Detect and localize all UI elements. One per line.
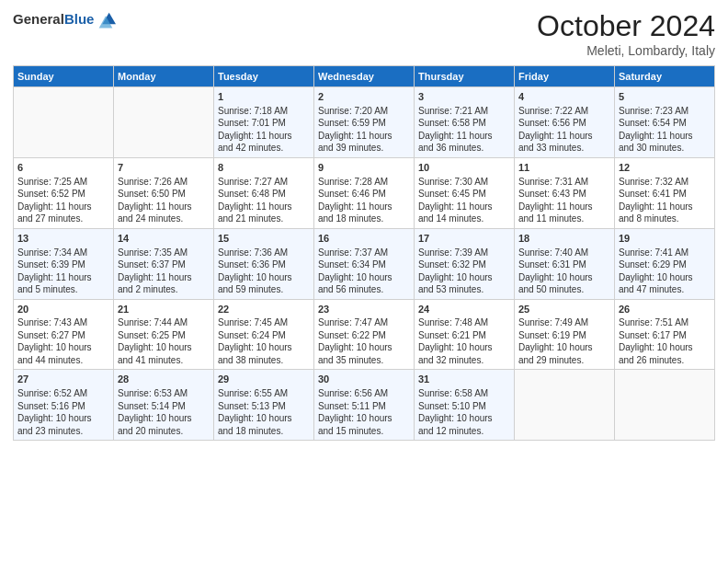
day-number: 16 (318, 232, 410, 246)
daylight-text: Daylight: 10 hours and 41 minutes. (118, 342, 192, 365)
day-cell: 24Sunrise: 7:48 AMSunset: 6:21 PMDayligh… (415, 299, 515, 370)
day-cell: 8Sunrise: 7:27 AMSunset: 6:48 PMDaylight… (214, 157, 314, 228)
daylight-text: Daylight: 10 hours and 50 minutes. (518, 272, 593, 295)
day-number: 6 (17, 161, 109, 175)
header: GeneralBlue October 2024 Meleti, Lombard… (13, 9, 715, 58)
day-number: 13 (17, 232, 109, 246)
day-cell: 14Sunrise: 7:35 AMSunset: 6:37 PMDayligh… (114, 228, 214, 299)
logo-icon (96, 9, 116, 29)
sunrise-text: Sunrise: 7:49 AM (518, 317, 588, 327)
sunrise-text: Sunrise: 7:45 AM (218, 317, 288, 327)
weekday-header-tuesday: Tuesday (214, 66, 314, 87)
sunrise-text: Sunrise: 7:25 AM (17, 177, 87, 187)
daylight-text: Daylight: 11 hours and 21 minutes. (218, 201, 292, 224)
daylight-text: Daylight: 10 hours and 29 minutes. (518, 342, 593, 365)
day-number: 9 (318, 161, 410, 175)
day-cell: 25Sunrise: 7:49 AMSunset: 6:19 PMDayligh… (515, 299, 615, 370)
logo: GeneralBlue (13, 9, 116, 29)
sunset-text: Sunset: 7:01 PM (218, 118, 286, 128)
day-number: 5 (619, 90, 711, 104)
sunset-text: Sunset: 6:27 PM (17, 330, 85, 340)
calendar-page: GeneralBlue October 2024 Meleti, Lombard… (0, 0, 728, 563)
day-cell (515, 370, 615, 441)
day-cell (114, 87, 214, 158)
sunrise-text: Sunrise: 6:53 AM (118, 388, 188, 398)
day-number: 12 (619, 161, 711, 175)
day-cell: 28Sunrise: 6:53 AMSunset: 5:14 PMDayligh… (114, 370, 214, 441)
day-number: 3 (418, 90, 510, 104)
day-number: 2 (318, 90, 410, 104)
subtitle: Meleti, Lombardy, Italy (537, 43, 715, 58)
day-number: 18 (518, 232, 610, 246)
sunrise-text: Sunrise: 7:32 AM (619, 177, 688, 187)
daylight-text: Daylight: 11 hours and 11 minutes. (518, 201, 593, 224)
main-title: October 2024 (537, 9, 715, 43)
sunset-text: Sunset: 6:31 PM (518, 259, 586, 270)
day-number: 27 (17, 373, 109, 386)
sunrise-text: Sunrise: 7:44 AM (118, 317, 188, 327)
sunrise-text: Sunrise: 7:21 AM (418, 106, 488, 116)
sunset-text: Sunset: 6:32 PM (418, 259, 486, 270)
daylight-text: Daylight: 10 hours and 59 minutes. (218, 272, 292, 295)
daylight-text: Daylight: 11 hours and 24 minutes. (118, 201, 192, 224)
daylight-text: Daylight: 10 hours and 53 minutes. (418, 272, 493, 295)
sunset-text: Sunset: 6:36 PM (218, 259, 286, 270)
sunrise-text: Sunrise: 7:27 AM (218, 177, 288, 187)
sunrise-text: Sunrise: 7:41 AM (619, 247, 688, 258)
sunset-text: Sunset: 6:24 PM (218, 330, 286, 340)
sunset-text: Sunset: 6:39 PM (17, 259, 85, 270)
day-number: 15 (218, 232, 310, 246)
sunrise-text: Sunrise: 7:36 AM (218, 247, 288, 258)
daylight-text: Daylight: 10 hours and 20 minutes. (118, 413, 192, 436)
daylight-text: Daylight: 11 hours and 2 minutes. (118, 272, 192, 295)
daylight-text: Daylight: 11 hours and 18 minutes. (318, 201, 392, 224)
day-cell: 1Sunrise: 7:18 AMSunset: 7:01 PMDaylight… (214, 87, 314, 158)
daylight-text: Daylight: 11 hours and 14 minutes. (418, 201, 493, 224)
day-cell: 29Sunrise: 6:55 AMSunset: 5:13 PMDayligh… (214, 370, 314, 441)
day-cell (615, 370, 715, 441)
sunset-text: Sunset: 6:59 PM (318, 118, 386, 128)
day-number: 24 (418, 303, 510, 316)
sunset-text: Sunset: 6:34 PM (318, 259, 386, 270)
sunrise-text: Sunrise: 7:34 AM (17, 247, 87, 258)
weekday-header-wednesday: Wednesday (314, 66, 415, 87)
sunset-text: Sunset: 6:37 PM (118, 259, 186, 270)
daylight-text: Daylight: 10 hours and 26 minutes. (619, 342, 693, 365)
sunrise-text: Sunrise: 6:52 AM (17, 388, 87, 398)
day-cell (14, 87, 114, 158)
daylight-text: Daylight: 10 hours and 18 minutes. (218, 413, 292, 436)
day-cell: 30Sunrise: 6:56 AMSunset: 5:11 PMDayligh… (314, 370, 415, 441)
day-cell: 5Sunrise: 7:23 AMSunset: 6:54 PMDaylight… (615, 87, 715, 158)
sunset-text: Sunset: 6:54 PM (619, 118, 687, 128)
sunset-text: Sunset: 6:50 PM (118, 189, 186, 199)
week-row-1: 1Sunrise: 7:18 AMSunset: 7:01 PMDaylight… (14, 87, 715, 158)
day-number: 25 (518, 303, 610, 316)
day-cell: 31Sunrise: 6:58 AMSunset: 5:10 PMDayligh… (415, 370, 515, 441)
weekday-header-thursday: Thursday (415, 66, 515, 87)
weekday-header-row: SundayMondayTuesdayWednesdayThursdayFrid… (14, 66, 715, 87)
logo-general: GeneralBlue (13, 12, 94, 27)
weekday-header-monday: Monday (114, 66, 214, 87)
day-cell: 6Sunrise: 7:25 AMSunset: 6:52 PMDaylight… (14, 157, 114, 228)
sunset-text: Sunset: 6:45 PM (418, 189, 486, 199)
day-cell: 12Sunrise: 7:32 AMSunset: 6:41 PMDayligh… (615, 157, 715, 228)
week-row-2: 6Sunrise: 7:25 AMSunset: 6:52 PMDaylight… (14, 157, 715, 228)
day-number: 21 (118, 303, 210, 316)
daylight-text: Daylight: 10 hours and 12 minutes. (418, 413, 493, 436)
daylight-text: Daylight: 10 hours and 44 minutes. (17, 342, 92, 365)
sunset-text: Sunset: 5:13 PM (218, 401, 286, 411)
day-cell: 9Sunrise: 7:28 AMSunset: 6:46 PMDaylight… (314, 157, 415, 228)
sunset-text: Sunset: 6:56 PM (518, 118, 586, 128)
sunrise-text: Sunrise: 7:35 AM (118, 247, 188, 258)
daylight-text: Daylight: 11 hours and 5 minutes. (17, 272, 92, 295)
sunset-text: Sunset: 6:58 PM (418, 118, 486, 128)
day-cell: 27Sunrise: 6:52 AMSunset: 5:16 PMDayligh… (14, 370, 114, 441)
sunrise-text: Sunrise: 7:22 AM (518, 106, 588, 116)
day-cell: 4Sunrise: 7:22 AMSunset: 6:56 PMDaylight… (515, 87, 615, 158)
sunset-text: Sunset: 6:46 PM (318, 189, 386, 199)
daylight-text: Daylight: 10 hours and 32 minutes. (418, 342, 493, 365)
day-number: 4 (518, 90, 610, 104)
sunrise-text: Sunrise: 7:51 AM (619, 317, 688, 327)
day-cell: 16Sunrise: 7:37 AMSunset: 6:34 PMDayligh… (314, 228, 415, 299)
sunset-text: Sunset: 6:41 PM (619, 189, 687, 199)
